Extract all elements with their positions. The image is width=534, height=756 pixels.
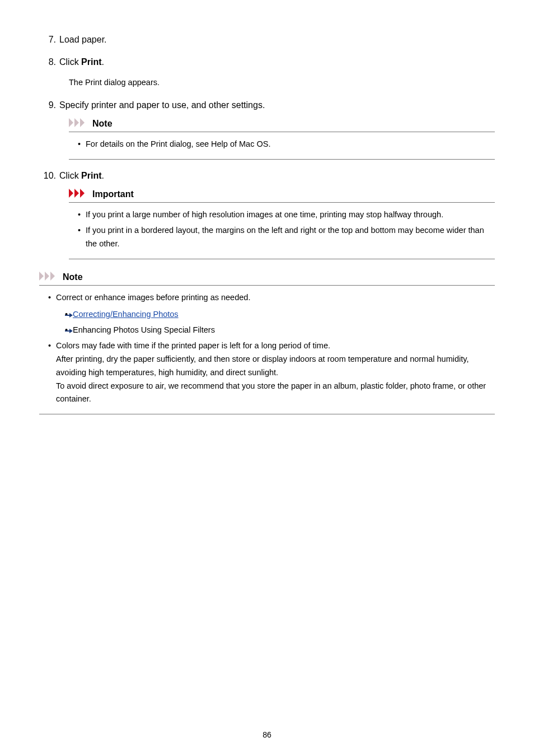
note-item-line: After printing, dry the paper sufficient… bbox=[56, 354, 469, 377]
note-item-line: Colors may fade with time if the printed… bbox=[56, 341, 330, 350]
arrow-right-icon bbox=[65, 312, 73, 318]
step-text-bold: Print bbox=[81, 57, 101, 67]
step-number: 9. bbox=[39, 100, 56, 110]
important-item: If you print a large number of high reso… bbox=[78, 208, 495, 222]
note-callout: Note Correct or enhance images before pr… bbox=[39, 272, 495, 414]
note-item-line: To avoid direct exposure to air, we reco… bbox=[56, 381, 486, 404]
step-number: 10. bbox=[39, 171, 56, 181]
important-item: If you print in a bordered layout, the m… bbox=[78, 224, 495, 251]
note-item: Colors may fade with time if the printed… bbox=[48, 339, 495, 407]
step-text: Click Print. bbox=[59, 56, 104, 68]
arrow-right-icon bbox=[65, 328, 73, 334]
special-filters-text: Enhancing Photos Using Special Filters bbox=[73, 325, 215, 334]
step-text-pre: Click bbox=[59, 171, 81, 180]
chevrons-icon bbox=[69, 189, 89, 200]
note-item: For details on the Print dialog, see Hel… bbox=[78, 138, 495, 151]
step-body: The Print dialog appears. bbox=[69, 77, 495, 89]
chevrons-icon bbox=[39, 272, 59, 283]
correcting-enhancing-link[interactable]: Correcting/Enhancing Photos bbox=[73, 310, 179, 319]
step-text: Load paper. bbox=[59, 34, 107, 46]
step-text-bold: Print bbox=[81, 171, 101, 180]
important-title: Important bbox=[92, 189, 134, 199]
step-7: 7. Load paper. bbox=[39, 34, 495, 46]
step-number: 7. bbox=[39, 35, 56, 45]
page-number: 86 bbox=[0, 730, 534, 739]
note-callout: Note For details on the Print dialog, se… bbox=[69, 118, 495, 160]
sub-link-item: Correcting/Enhancing Photos bbox=[65, 308, 495, 321]
step-10: 10. Click Print. Important If you bbox=[39, 170, 495, 259]
important-callout: Important If you print a large number of… bbox=[69, 189, 495, 259]
step-text: Click Print. bbox=[59, 170, 104, 182]
instruction-list: 7. Load paper. 8. Click Print. The Print… bbox=[39, 34, 495, 259]
step-text: Specify printer and paper to use, and ot… bbox=[59, 99, 265, 111]
step-text-post: . bbox=[102, 57, 104, 67]
sub-link-item: Enhancing Photos Using Special Filters bbox=[65, 324, 495, 337]
step-9: 9. Specify printer and paper to use, and… bbox=[39, 99, 495, 160]
step-text-pre: Click bbox=[59, 57, 81, 67]
step-number: 8. bbox=[39, 57, 56, 67]
step-8: 8. Click Print. The Print dialog appears… bbox=[39, 56, 495, 88]
note-item: Correct or enhance images before printin… bbox=[48, 291, 495, 337]
note-title: Note bbox=[92, 119, 113, 129]
step-text-post: . bbox=[102, 171, 104, 180]
note-item-text: Correct or enhance images before printin… bbox=[56, 293, 250, 302]
chevrons-icon bbox=[69, 118, 89, 129]
note-title: Note bbox=[63, 272, 83, 282]
